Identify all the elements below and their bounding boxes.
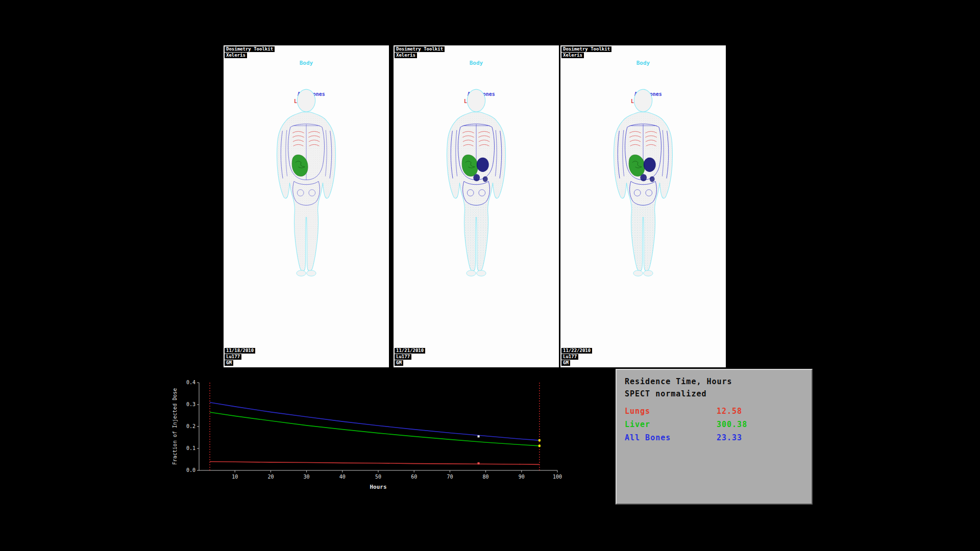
organ-label: Lungs bbox=[625, 407, 717, 416]
body-scan-figure bbox=[422, 69, 530, 299]
residence-row-all-bones: All Bones 23.33 bbox=[617, 431, 812, 444]
residence-row-liver: Liver 300.38 bbox=[617, 418, 812, 431]
svg-text:80: 80 bbox=[483, 474, 489, 480]
organ-label: All Bones bbox=[625, 433, 717, 442]
scan-date-label: 11/22/2010 bbox=[561, 348, 592, 354]
scan-date-label: 11/21/2010 bbox=[395, 348, 425, 354]
body-scan-figure bbox=[589, 69, 697, 299]
isotope-label: Lu177 bbox=[225, 354, 241, 360]
body-contour-label: Body bbox=[224, 60, 389, 66]
organ-value: 300.38 bbox=[717, 420, 747, 429]
body-scan-figure bbox=[252, 69, 360, 299]
svg-text:Fraction of Injected Dose: Fraction of Injected Dose bbox=[172, 388, 178, 465]
svg-text:0.1: 0.1 bbox=[186, 445, 195, 451]
toolkit-label: Dosimetry Toolkit bbox=[561, 46, 611, 52]
organ-value: 12.58 bbox=[717, 407, 742, 416]
svg-text:0.4: 0.4 bbox=[186, 380, 195, 385]
organ-value: 23.33 bbox=[717, 433, 742, 442]
svg-text:90: 90 bbox=[519, 474, 525, 480]
svg-text:100: 100 bbox=[553, 474, 562, 480]
body-contour-label: Body bbox=[394, 60, 559, 66]
panel-footer-labels: 11/21/2010 Lu177 GM bbox=[395, 348, 425, 366]
scan-panel-2[interactable]: Dosimetry Toolkit Xeleris Body All Bones… bbox=[394, 45, 559, 367]
svg-text:20: 20 bbox=[267, 474, 274, 480]
residence-row-lungs: Lungs 12.58 bbox=[617, 405, 812, 418]
svg-text:60: 60 bbox=[411, 474, 417, 480]
units-label: GM bbox=[395, 360, 403, 366]
scan-panel-1[interactable]: Dosimetry Toolkit Xeleris Body All Bones… bbox=[224, 45, 389, 367]
residence-title: Residence Time, Hours bbox=[617, 370, 812, 386]
svg-text:10: 10 bbox=[232, 474, 238, 480]
system-label: Xeleris bbox=[395, 53, 417, 58]
units-label: GM bbox=[561, 360, 570, 366]
panel-header-labels: Dosimetry Toolkit Xeleris bbox=[561, 46, 611, 59]
panel-header-labels: Dosimetry Toolkit Xeleris bbox=[225, 46, 275, 59]
isotope-label: Lu177 bbox=[395, 354, 411, 360]
svg-text:0.3: 0.3 bbox=[186, 402, 195, 407]
residence-time-panel: Residence Time, Hours SPECT normalized L… bbox=[616, 369, 813, 505]
body-contour-label: Body bbox=[560, 60, 726, 66]
toolkit-label: Dosimetry Toolkit bbox=[395, 46, 445, 52]
residence-subtitle: SPECT normalized bbox=[617, 386, 812, 398]
dose-curve-chart: 0.00.10.20.30.4102030405060708090100Frac… bbox=[169, 375, 586, 498]
isotope-label: Lu177 bbox=[561, 354, 578, 360]
panel-footer-labels: 11/22/2010 Lu177 GM bbox=[561, 348, 592, 366]
units-label: GM bbox=[225, 360, 233, 366]
app-screen: Dosimetry Toolkit Xeleris Body All Bones… bbox=[0, 0, 980, 551]
svg-text:30: 30 bbox=[304, 474, 310, 480]
system-label: Xeleris bbox=[225, 53, 247, 58]
toolkit-label: Dosimetry Toolkit bbox=[225, 46, 275, 52]
svg-text:Hours: Hours bbox=[370, 484, 386, 490]
svg-text:40: 40 bbox=[339, 474, 346, 480]
organ-label: Liver bbox=[625, 420, 717, 429]
panel-header-labels: Dosimetry Toolkit Xeleris bbox=[395, 46, 445, 59]
svg-text:0.0: 0.0 bbox=[186, 467, 195, 473]
panel-footer-labels: 11/18/2010 Lu177 GM bbox=[225, 348, 255, 366]
dose-curve-plot: 0.00.10.20.30.4102030405060708090100Frac… bbox=[169, 375, 586, 498]
scan-date-label: 11/18/2010 bbox=[225, 348, 255, 354]
svg-text:0.2: 0.2 bbox=[186, 423, 195, 429]
scan-panel-3[interactable]: Dosimetry Toolkit Xeleris Body All Bones… bbox=[560, 45, 726, 367]
residence-rows: Lungs 12.58 Liver 300.38 All Bones 23.33 bbox=[617, 405, 812, 444]
svg-text:50: 50 bbox=[375, 474, 381, 480]
system-label: Xeleris bbox=[561, 53, 584, 58]
svg-text:70: 70 bbox=[447, 474, 453, 480]
